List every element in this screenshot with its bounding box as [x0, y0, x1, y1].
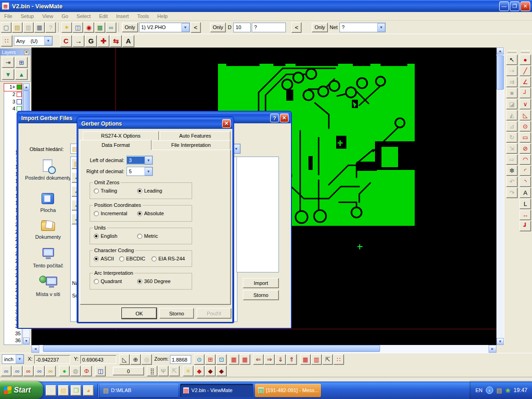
- flash-select-icon[interactable]: ✳: [183, 366, 193, 376]
- layer-down-icon[interactable]: ▼: [2, 69, 14, 80]
- close-icon[interactable]: ✕: [222, 119, 231, 128]
- text-mode-icon[interactable]: A: [122, 35, 134, 47]
- draw-pad-icon[interactable]: ●: [520, 54, 531, 65]
- toolbar-grip[interactable]: [521, 50, 530, 53]
- prev-layer-button[interactable]: <: [191, 22, 201, 33]
- counter-field[interactable]: 0: [113, 367, 144, 375]
- radio-icon[interactable]: [94, 256, 99, 261]
- close-icon[interactable]: ✕: [280, 114, 289, 122]
- stretch-select-icon[interactable]: ⇱: [322, 354, 333, 365]
- draw-text-icon[interactable]: A: [520, 187, 531, 198]
- layer-table-icon[interactable]: ⊞: [15, 57, 28, 68]
- tab-rs274x-options[interactable]: RS274-X Options: [83, 131, 159, 140]
- clock[interactable]: 19:47: [514, 387, 527, 393]
- view-all-icon[interactable]: ∞: [1, 366, 12, 376]
- draw-dimension-icon[interactable]: ↔: [520, 210, 531, 220]
- draw-polyline-icon[interactable]: ∠: [520, 77, 531, 87]
- draw-arc-icon[interactable]: ◠: [520, 154, 531, 165]
- tile-windows-icon[interactable]: ◫: [95, 366, 106, 376]
- diamond-dark-icon[interactable]: ◆: [205, 366, 216, 376]
- view-lines-icon[interactable]: ∞: [12, 366, 23, 376]
- gerber-options-title[interactable]: Gerber Options ✕: [79, 118, 232, 129]
- layer-row[interactable]: 1+: [4, 84, 22, 91]
- view-selected-icon[interactable]: ∞: [45, 366, 56, 376]
- ie-icon[interactable]: e: [46, 385, 56, 396]
- paint-square-icon[interactable]: ■: [506, 88, 518, 98]
- draw-label-icon[interactable]: L: [520, 199, 531, 209]
- block-grid-icon[interactable]: ▦: [300, 354, 311, 365]
- save-icon[interactable]: ▥: [23, 22, 34, 33]
- layer-color-chip[interactable]: [17, 92, 22, 97]
- task-viewmate[interactable]: ▦ V2.bin - ViewMate: [180, 384, 253, 397]
- place-desktop[interactable]: Plocha: [24, 192, 72, 213]
- draw-triangle-icon[interactable]: ◺: [520, 110, 531, 121]
- help-icon[interactable]: ?: [270, 114, 279, 122]
- components-icon[interactable]: ◫: [73, 22, 83, 33]
- ok-button[interactable]: OK: [122, 308, 157, 319]
- radio-icon[interactable]: [94, 234, 99, 239]
- place-recent-documents[interactable]: Poslední dokumenty: [24, 159, 72, 181]
- scroll-up-icon[interactable]: ▲: [23, 84, 30, 91]
- draw-corner-icon[interactable]: ┘: [520, 88, 531, 98]
- diamond-pad-icon[interactable]: ◆: [194, 366, 205, 376]
- mirror-horizontal-icon[interactable]: ⊿: [506, 121, 518, 132]
- chevron-down-icon[interactable]: ▼: [181, 23, 189, 32]
- layer-row[interactable]: 36: [4, 337, 22, 345]
- probe-icon[interactable]: ◎: [141, 354, 152, 365]
- view-pads-icon[interactable]: ∞: [23, 366, 34, 376]
- cancel-button[interactable]: Storno: [243, 290, 279, 300]
- menu-file[interactable]: File: [0, 12, 17, 20]
- language-indicator[interactable]: EN: [475, 387, 482, 393]
- menu-go[interactable]: Go: [57, 12, 73, 20]
- layer-color-chip[interactable]: [17, 99, 22, 104]
- layer-shift-icon[interactable]: ⇥: [2, 57, 14, 68]
- copy-icon[interactable]: ⇉: [506, 77, 518, 87]
- radio-eia-rs244[interactable]: EIA RS-244: [151, 256, 185, 261]
- apply-button[interactable]: Použít: [197, 308, 231, 319]
- pad-mode-icon[interactable]: ✚: [97, 35, 109, 47]
- horizontal-scrollbar[interactable]: ◄ ►: [31, 345, 496, 353]
- gerber-mode-icon[interactable]: G: [85, 35, 97, 47]
- place-documents[interactable]: Dokumenty: [24, 218, 72, 240]
- menu-insert[interactable]: Insert: [112, 12, 133, 20]
- tab-data-format[interactable]: Data Format: [80, 140, 151, 150]
- lamp-probe-icon[interactable]: Φ: [81, 366, 92, 376]
- component-mode-icon[interactable]: C: [60, 35, 72, 47]
- hscroll-thumb[interactable]: [43, 345, 380, 352]
- prev-dcode-button[interactable]: <: [291, 22, 302, 33]
- menu-view[interactable]: View: [38, 12, 57, 20]
- settings-gear-icon[interactable]: ✽: [506, 165, 518, 176]
- dcode-value-field[interactable]: 10: [233, 23, 251, 32]
- book-icon[interactable]: ❒: [71, 385, 81, 396]
- mirror-vertical-icon[interactable]: ◭: [506, 110, 518, 121]
- context-help-icon[interactable]: ?: [45, 22, 56, 33]
- zoom-grid-icon[interactable]: ⊞: [205, 354, 216, 365]
- diamond-dot-icon[interactable]: ◆: [216, 366, 227, 376]
- scroll-left-icon[interactable]: ◄: [31, 345, 39, 353]
- radio-icon[interactable]: [94, 188, 99, 193]
- place-my-computer[interactable]: Tento počítač: [24, 247, 72, 268]
- radio-trailing[interactable]: Trailing: [94, 188, 117, 193]
- radio-ebcdic[interactable]: EBCDIC: [119, 256, 145, 261]
- zoom-value-field[interactable]: 1.8868: [170, 355, 191, 364]
- radio-icon[interactable]: [137, 279, 142, 284]
- net-mode-icon[interactable]: ⇆: [110, 35, 122, 47]
- measure-view-icon[interactable]: ∞: [106, 22, 116, 33]
- pan-right-icon[interactable]: ⇒: [264, 354, 275, 365]
- draw-curve-icon[interactable]: ◝: [520, 176, 531, 187]
- close-icon[interactable]: ✕: [24, 50, 29, 55]
- menu-select[interactable]: Select: [73, 12, 95, 20]
- minimize-button[interactable]: —: [499, 1, 509, 11]
- ghost-move-icon[interactable]: ⇱: [169, 366, 180, 376]
- view-traces-icon[interactable]: ∞: [34, 366, 45, 376]
- radio-icon[interactable]: [94, 211, 99, 216]
- radio-absolute[interactable]: Absolute: [137, 211, 164, 216]
- move-icon[interactable]: ⇢: [506, 66, 518, 76]
- pan-down-icon[interactable]: ⇓: [275, 354, 286, 365]
- left-of-decimal-combo[interactable]: 3▼: [127, 156, 153, 165]
- draw-rect-icon[interactable]: ▭: [520, 132, 531, 143]
- place-network[interactable]: Místa v síti: [24, 276, 72, 297]
- folder-icon[interactable]: ▤: [58, 385, 69, 396]
- open-folder-icon[interactable]: ▤: [12, 22, 23, 33]
- radio-leading[interactable]: Leading: [137, 188, 162, 193]
